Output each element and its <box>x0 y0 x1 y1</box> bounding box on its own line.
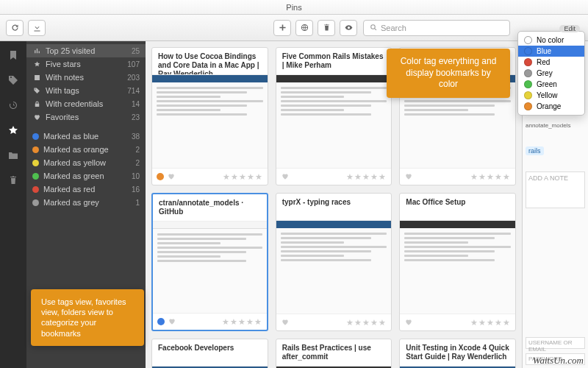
detail-title: annotate_models <box>526 122 585 129</box>
color-dot-icon <box>524 80 532 88</box>
card-title: Five Common Rails Mistakes | Mike Perham <box>276 48 392 74</box>
search-placeholder: Search <box>381 24 406 32</box>
search-icon <box>370 24 378 32</box>
card-footer: ★★★★★ <box>400 314 515 330</box>
star-rating[interactable]: ★★★★★ <box>346 318 387 328</box>
watermark: WaitsUn.com <box>533 355 584 367</box>
heart-icon[interactable] <box>167 172 176 181</box>
heart-icon[interactable] <box>404 172 413 181</box>
bookmark-card[interactable]: Rails Best Practices | use after_commit★… <box>276 339 392 368</box>
color-option[interactable]: No color <box>518 35 584 46</box>
card-thumbnail <box>152 74 268 169</box>
card-thumbnail <box>276 74 392 169</box>
star-rating[interactable]: ★★★★★ <box>222 317 262 327</box>
card-title: Mac Office Setup <box>400 194 515 220</box>
card-title: How to Use Cocoa Bindings and Core Data … <box>152 48 268 74</box>
card-footer: ★★★★★ <box>152 169 268 185</box>
card-title: Rails Best Practices | use after_commit <box>276 339 392 366</box>
sidebar-item-bar[interactable]: Top 25 visited25 <box>26 44 146 57</box>
refresh-button[interactable] <box>6 20 24 36</box>
bookmark-card[interactable]: Unit Testing in Xcode 4 Quick Start Guid… <box>399 339 516 368</box>
color-dot-icon <box>32 160 39 166</box>
tag-icon <box>32 86 41 95</box>
color-dot-icon <box>524 102 532 110</box>
sidebar-item-heart[interactable]: Favorites23 <box>26 110 146 124</box>
card-thumbnail <box>153 221 267 314</box>
bookmark-card[interactable]: typrX - typing races★★★★★ <box>276 193 392 331</box>
sidebar-color-item[interactable]: Marked as red16 <box>26 183 146 196</box>
nav-bookmarks-icon[interactable] <box>7 49 20 62</box>
preview-button[interactable] <box>340 20 357 36</box>
sidebar-color-item[interactable]: Marked as green10 <box>26 169 146 183</box>
sidebar-item-note[interactable]: With notes203 <box>26 71 146 84</box>
color-dot-icon <box>157 318 165 325</box>
card-title: Unit Testing in Xcode 4 Quick Start Guid… <box>400 339 515 366</box>
bookmark-card[interactable]: Mac Office Setup★★★★★ <box>399 193 516 331</box>
color-option[interactable]: Red <box>518 57 584 68</box>
username-input[interactable]: USERNAME OR EMAIL <box>526 337 585 349</box>
color-option[interactable]: Grey <box>518 68 584 79</box>
nav-strip <box>0 41 26 368</box>
window-title: Pins <box>0 0 588 15</box>
sidebar-color-item[interactable]: Marked as yellow2 <box>26 156 146 169</box>
globe-button[interactable] <box>295 20 313 36</box>
card-footer: ★★★★★ <box>153 314 267 330</box>
heart-icon[interactable] <box>281 172 290 181</box>
trash-button[interactable] <box>318 20 335 36</box>
sidebar-item-lock[interactable]: With credentials14 <box>26 97 146 110</box>
nav-tags-icon[interactable] <box>7 74 20 87</box>
color-dot-icon <box>524 91 532 99</box>
download-button[interactable] <box>28 20 46 36</box>
note-input[interactable]: ADD A NOTE <box>526 171 585 208</box>
color-option[interactable]: Yellow <box>518 90 584 101</box>
color-option[interactable]: Blue <box>518 46 584 57</box>
toolbar: Search <box>0 15 588 41</box>
star-rating[interactable]: ★★★★★ <box>346 172 387 182</box>
sidebar-color-item[interactable]: Marked as blue38 <box>26 130 146 143</box>
sidebar-item-tag[interactable]: With tags714 <box>26 84 146 97</box>
color-option[interactable]: Green <box>518 79 584 90</box>
star-rating[interactable]: ★★★★★ <box>470 172 511 182</box>
svg-point-1 <box>371 25 376 29</box>
sidebar-item-star[interactable]: Five stars107 <box>26 57 146 71</box>
nav-history-icon[interactable] <box>7 99 20 112</box>
callout-color: Color tag everything and display bookmar… <box>387 49 510 98</box>
color-option[interactable]: Orange <box>518 101 584 112</box>
color-dot-icon <box>32 146 39 153</box>
bookmark-card[interactable]: Five Common Rails Mistakes | Mike Perham… <box>276 47 392 185</box>
lock-icon <box>32 99 41 108</box>
sidebar-color-item[interactable]: Marked as grey1 <box>26 196 146 209</box>
color-popover: Edit No colorBlueRedGreyGreenYellowOrang… <box>517 31 585 116</box>
heart-icon[interactable] <box>281 318 290 327</box>
callout-views: Use tags view, favorites view, folders v… <box>31 289 144 346</box>
color-dot-icon <box>157 173 164 180</box>
card-footer: ★★★★★ <box>276 169 392 185</box>
bookmark-card[interactable]: Facebook Developers★★★★★ <box>151 339 268 368</box>
nav-folders-icon[interactable] <box>7 149 20 162</box>
color-dot-icon <box>524 69 532 77</box>
bookmark-card[interactable]: ctran/annotate_models · GitHub★★★★★ <box>151 193 268 331</box>
color-edit-button[interactable]: Edit <box>559 25 580 32</box>
bookmark-card[interactable]: How to Use Cocoa Bindings and Core Data … <box>151 47 268 185</box>
detail-tag[interactable]: rails <box>526 146 544 155</box>
color-dot-icon <box>32 199 39 206</box>
no-color-icon <box>524 36 532 44</box>
heart-icon[interactable] <box>168 317 176 326</box>
color-dot-icon <box>32 173 39 180</box>
nav-trash-icon[interactable] <box>7 174 20 187</box>
color-dot-icon <box>524 47 532 55</box>
add-button[interactable] <box>273 20 291 36</box>
star-rating[interactable]: ★★★★★ <box>470 318 511 328</box>
star-icon <box>32 60 41 68</box>
color-dot-icon <box>524 58 532 66</box>
color-dot-icon <box>32 186 39 193</box>
sidebar-color-item[interactable]: Marked as orange2 <box>26 143 146 156</box>
card-thumbnail <box>276 220 392 314</box>
nav-favorites-icon[interactable] <box>7 124 20 137</box>
card-title: ctran/annotate_models · GitHub <box>153 194 267 221</box>
heart-icon[interactable] <box>404 318 413 327</box>
card-title: Facebook Developers <box>152 339 268 366</box>
bar-icon <box>32 46 41 55</box>
star-rating[interactable]: ★★★★★ <box>223 172 263 182</box>
search-input[interactable]: Search <box>363 20 510 36</box>
